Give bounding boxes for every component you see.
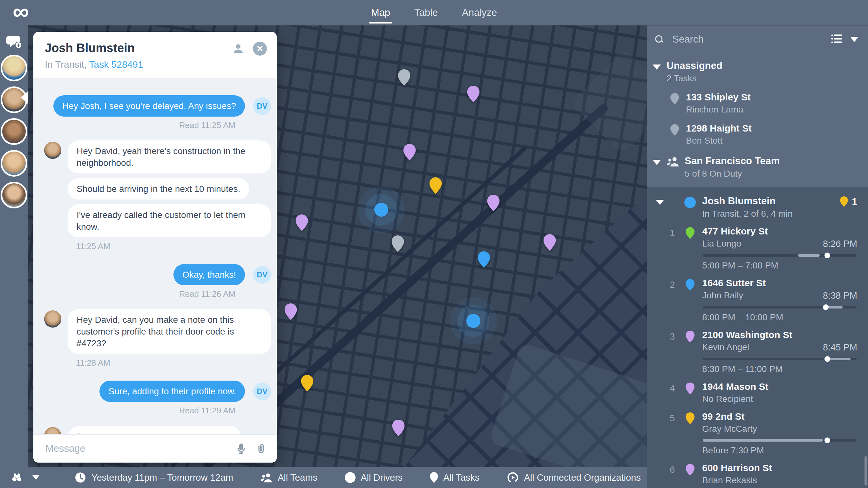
map-task-pin[interactable] — [301, 375, 314, 391]
task-recipient: Lia Longo — [702, 239, 741, 249]
organizations-filter[interactable]: All Connected Organizations — [507, 471, 641, 484]
drivers-filter[interactable]: All Drivers — [345, 472, 403, 483]
message-timestamp: 11:28 AM — [76, 358, 271, 368]
sender-avatar-initials: DV — [253, 383, 271, 400]
task-pin-icon — [686, 279, 694, 291]
driver-message-avatar — [44, 310, 61, 328]
search-icon — [655, 35, 663, 43]
chat-header: Josh Blumstein ✕ In Transit, Task 528491 — [33, 32, 277, 78]
map-task-pin[interactable] — [478, 251, 490, 268]
chat-message-list: Hey Josh, I see you're delayed. Any issu… — [33, 78, 277, 434]
caret-down-icon — [32, 475, 39, 480]
task-progress-bar — [703, 358, 857, 360]
driver-status-dot — [684, 197, 696, 208]
sidebar-top-spacer — [647, 0, 868, 26]
map-driver-location-dot[interactable] — [374, 203, 388, 217]
map-task-pin[interactable] — [467, 86, 480, 102]
map-task-pin[interactable] — [430, 177, 442, 194]
task-pin-icon — [671, 93, 679, 104]
download-icon[interactable] — [218, 432, 231, 434]
unassigned-task-row[interactable]: 1298 Haight St Ben Stott — [647, 115, 868, 146]
task-link[interactable]: Task 528491 — [89, 59, 143, 69]
group-unassigned[interactable]: Unassigned 2 Tasks — [647, 53, 868, 84]
message-input[interactable] — [45, 443, 228, 455]
task-address: 1646 Sutter St — [702, 278, 857, 288]
map-task-pin[interactable] — [403, 144, 416, 160]
map-task-pin[interactable] — [392, 420, 405, 436]
teams-icon — [260, 471, 273, 484]
driver-name: Josh Blumstein — [702, 195, 857, 207]
unassigned-task-row[interactable]: 133 Shipley St Rinchen Lama — [647, 84, 868, 115]
lookup-binoculars-filter[interactable] — [11, 471, 39, 484]
task-row[interactable]: 1 477 Hickory St Lia Longo8:26 PM 5:00 P… — [647, 219, 868, 271]
read-receipt: Read 11:25 AM — [44, 120, 271, 130]
driver-status: In Transit, 2 of 6, 4 min — [702, 209, 857, 219]
teams-label: All Teams — [278, 472, 317, 483]
scrollbar-thumb[interactable] — [865, 456, 867, 485]
driver-row-josh[interactable]: Josh Blumstein In Transit, 2 of 6, 4 min… — [647, 193, 868, 219]
speaker-icon[interactable] — [197, 432, 210, 434]
task-recipient: No Recipient — [702, 394, 857, 404]
task-recipient: Gray McCarty — [702, 424, 857, 434]
driver-avatar[interactable] — [1, 118, 27, 145]
tasks-filter[interactable]: All Tasks — [430, 472, 479, 483]
badge-count: 1 — [852, 196, 857, 207]
collapse-caret-icon[interactable] — [653, 64, 661, 69]
driver-profile-icon[interactable] — [231, 41, 246, 56]
close-icon[interactable]: ✕ — [253, 41, 267, 56]
sent-message-bubble: Sure, adding to their profile now. — [99, 380, 245, 402]
task-number: 1 — [666, 228, 679, 238]
map-task-pin[interactable] — [487, 195, 500, 211]
tab-analyze[interactable]: Analyze — [462, 0, 497, 25]
map-task-pin[interactable] — [544, 234, 556, 251]
sort-dropdown-caret[interactable] — [850, 37, 859, 42]
map-task-pin[interactable] — [392, 236, 404, 252]
badge-pin-icon — [840, 196, 848, 207]
task-recipient: Ben Stott — [686, 136, 857, 146]
task-recipient: Rinchen Lama — [686, 104, 857, 115]
drivers-label: All Drivers — [361, 472, 403, 483]
map-task-pin[interactable] — [285, 303, 297, 320]
tab-table[interactable]: Table — [414, 0, 438, 25]
tab-map[interactable]: Map — [371, 0, 390, 25]
onfleet-logo-icon[interactable]: ∞ — [13, 0, 29, 24]
collapse-caret-icon[interactable] — [656, 200, 664, 205]
task-row[interactable]: 5 99 2nd St Gray McCarty Before 7:30 PM — [647, 404, 868, 456]
task-row[interactable]: 2 1646 Sutter St John Baily8:38 PM 8:00 … — [647, 271, 868, 323]
search-input[interactable] — [672, 33, 831, 45]
map-driver-location-dot[interactable] — [466, 314, 480, 328]
active-chat-pointer — [21, 92, 28, 103]
group-team[interactable]: San Francisco Team 5 of 8 On Duty — [647, 146, 868, 179]
driver-avatar[interactable] — [1, 150, 27, 177]
task-progress-bar — [703, 439, 857, 441]
task-eta: 8:38 PM — [823, 291, 857, 301]
sent-message-bubble: Okay, thanks! — [174, 264, 245, 285]
sent-message-bubble: Hey Josh, I see you're delayed. Any issu… — [53, 95, 245, 117]
sidebar-search-row — [647, 26, 868, 53]
task-address: 2100 Washington St — [702, 330, 857, 340]
task-pin-icon — [686, 331, 694, 342]
team-icon — [666, 156, 679, 168]
selected-driver-section: Josh Blumstein In Transit, 2 of 6, 4 min… — [647, 187, 868, 488]
task-row[interactable]: 6 600 Harrison St Brian Rekasis — [647, 456, 868, 485]
driver-avatar[interactable] — [1, 55, 27, 81]
task-row[interactable]: 4 1944 Mason St No Recipient — [647, 374, 868, 404]
list-view-icon[interactable] — [831, 34, 842, 45]
map-task-pin[interactable] — [296, 214, 308, 231]
sender-avatar-initials: DV — [253, 97, 271, 115]
read-receipt: Read 11:26 AM — [44, 289, 271, 299]
task-pin-icon — [686, 464, 694, 476]
driver-message-avatar — [44, 427, 61, 434]
sidebar-scroll-area[interactable]: Unassigned 2 Tasks 133 Shipley St Rinche… — [647, 53, 868, 488]
microphone-icon[interactable] — [234, 441, 248, 456]
attachment-paperclip-icon[interactable] — [254, 441, 268, 456]
collapse-caret-icon[interactable] — [653, 160, 661, 165]
date-range-filter[interactable]: Yesterday 11pm – Tomorrow 12am — [74, 471, 233, 484]
new-chat-icon[interactable] — [6, 35, 22, 50]
driver-dot-icon — [345, 472, 355, 483]
map-task-pin[interactable] — [398, 69, 410, 86]
teams-filter[interactable]: All Teams — [260, 471, 317, 484]
driver-avatar[interactable] — [1, 182, 27, 208]
task-row[interactable]: 3 2100 Washington St Kevin Angel8:45 PM … — [647, 323, 868, 374]
task-sidebar: Unassigned 2 Tasks 133 Shipley St Rinche… — [647, 0, 868, 488]
